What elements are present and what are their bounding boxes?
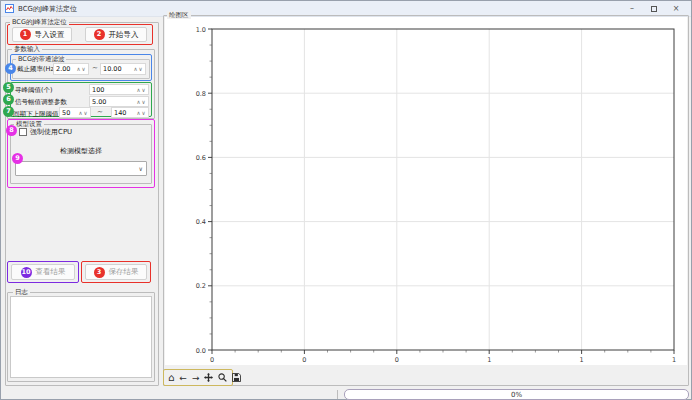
window-title: BCG的J峰算法定位: [18, 4, 621, 14]
y-tick-label: 1.0: [196, 26, 206, 34]
close-button[interactable]: ×: [665, 1, 687, 16]
peak-count-value: 100: [92, 86, 136, 94]
params-group-title: 参数输入: [12, 45, 42, 53]
interval-tilde: ~: [97, 108, 103, 116]
x-tick-label: 0: [210, 356, 214, 364]
view-results-button[interactable]: 10 查看结果: [11, 264, 75, 280]
x-tick-label: 0: [302, 356, 306, 364]
log-group-title: 日志: [13, 288, 30, 296]
y-tick-label: 0.2: [196, 282, 206, 290]
app-icon: [5, 4, 14, 13]
badge-7: 7: [3, 106, 14, 117]
interval-high-value: 140: [114, 109, 136, 117]
maximize-icon: [651, 6, 657, 12]
app-window: BCG的J峰算法定位 – × BCG的J峰算法定位 1 导入设置 2 开始导入 …: [0, 0, 692, 400]
save-results-label: 保存结果: [109, 267, 139, 277]
interval-low-spinbox[interactable]: 50 ∧ ∨: [59, 107, 91, 118]
minimize-button[interactable]: –: [621, 1, 643, 16]
spin-down-icon[interactable]: ∨: [138, 66, 143, 72]
empty-axes-plot: 0 0 0 1 1 1 1.0 0.8 0.6 0.4 0.2 0.0: [165, 17, 687, 365]
axes-spines: [212, 29, 674, 350]
pan-icon[interactable]: [204, 371, 213, 384]
grid-vertical-lines: [304, 29, 581, 350]
force-cpu-checkbox[interactable]: [19, 128, 27, 136]
badge-8: 8: [6, 125, 17, 136]
badge-1: 1: [20, 29, 31, 40]
start-import-label: 开始导入: [109, 30, 139, 40]
badge-2: 2: [94, 29, 105, 40]
x-tick-label: 1: [580, 356, 584, 364]
x-tick-label: 1: [672, 356, 676, 364]
chevron-down-icon: ∨: [139, 165, 143, 172]
plot-group-title: 绘图区: [167, 11, 191, 19]
save-results-button[interactable]: 3 保存结果: [85, 264, 147, 280]
amplitude-spinbox[interactable]: 5.00 ∧ ∨: [89, 96, 149, 107]
amplitude-value: 5.00: [92, 98, 136, 106]
spin-down-icon[interactable]: ∨: [141, 110, 146, 116]
home-icon[interactable]: ⌂: [168, 371, 174, 384]
x-tick-label: 1: [487, 356, 491, 364]
badge-6: 6: [3, 94, 14, 105]
model-select-label: 检测模型选择: [11, 147, 151, 155]
import-settings-label: 导入设置: [35, 30, 65, 40]
spin-down-icon[interactable]: ∨: [141, 99, 146, 105]
y-tick-label: 0.8: [196, 90, 206, 98]
amplitude-label: 信号幅值调整参数: [15, 98, 67, 106]
badge-9: 9: [12, 153, 23, 164]
cutoff-tilde: ~: [92, 64, 98, 72]
statusbar-divider: [337, 390, 338, 399]
progress-label: 0%: [511, 391, 522, 399]
y-tick-label: 0.6: [196, 154, 206, 162]
left-panel-group-title: BCG的J峰算法定位: [10, 18, 69, 26]
badge-10: 10: [21, 267, 32, 278]
badge-5: 5: [3, 82, 14, 93]
forward-arrow-icon[interactable]: →: [192, 371, 200, 384]
spin-down-icon[interactable]: ∨: [141, 87, 146, 93]
y-tick-label: 0.4: [196, 218, 206, 226]
spin-down-icon[interactable]: ∨: [81, 66, 86, 72]
zoom-icon[interactable]: [218, 371, 227, 384]
cutoff-high-value: 10.00: [103, 65, 133, 73]
badge-4: 4: [5, 63, 16, 74]
badge-3: 3: [94, 267, 105, 278]
interval-low-value: 50: [62, 109, 78, 117]
peak-count-spinbox[interactable]: 100 ∧ ∨: [89, 84, 149, 95]
cutoff-high-spinbox[interactable]: 10.00 ∧ ∨: [100, 63, 146, 75]
plot-canvas[interactable]: 0 0 0 1 1 1 1.0 0.8 0.6 0.4 0.2 0.0: [165, 17, 687, 365]
cutoff-low-value: 2.00: [56, 65, 76, 73]
bandpass-group-title: BCG的带通滤波: [16, 55, 66, 63]
maximize-button[interactable]: [643, 1, 665, 16]
view-results-label: 查看结果: [36, 267, 66, 277]
plot-toolbar: ⌂ ← →: [163, 369, 233, 386]
back-arrow-icon[interactable]: ←: [179, 371, 187, 384]
start-import-button[interactable]: 2 开始导入: [85, 27, 147, 42]
grid-horizontal-lines: [212, 93, 674, 286]
x-tick-label: 0: [395, 356, 399, 364]
y-tick-label: 0.0: [196, 347, 206, 355]
log-textarea[interactable]: [10, 296, 152, 378]
interval-high-spinbox[interactable]: 140 ∧ ∨: [111, 107, 149, 118]
progress-bar: 0%: [344, 389, 689, 400]
model-select-combobox[interactable]: ∨: [15, 161, 147, 176]
save-icon[interactable]: [232, 371, 241, 384]
cutoff-low-spinbox[interactable]: 2.00 ∧ ∨: [53, 63, 89, 75]
model-group-title: 模型设置: [14, 120, 44, 128]
spin-down-icon[interactable]: ∨: [83, 110, 88, 116]
import-settings-button[interactable]: 1 导入设置: [12, 27, 72, 42]
interval-label: 间期下上限阈值: [13, 110, 59, 118]
force-cpu-label: 强制使用CPU: [30, 128, 72, 136]
peak-count-label: 寻峰阈值(个): [15, 86, 53, 94]
